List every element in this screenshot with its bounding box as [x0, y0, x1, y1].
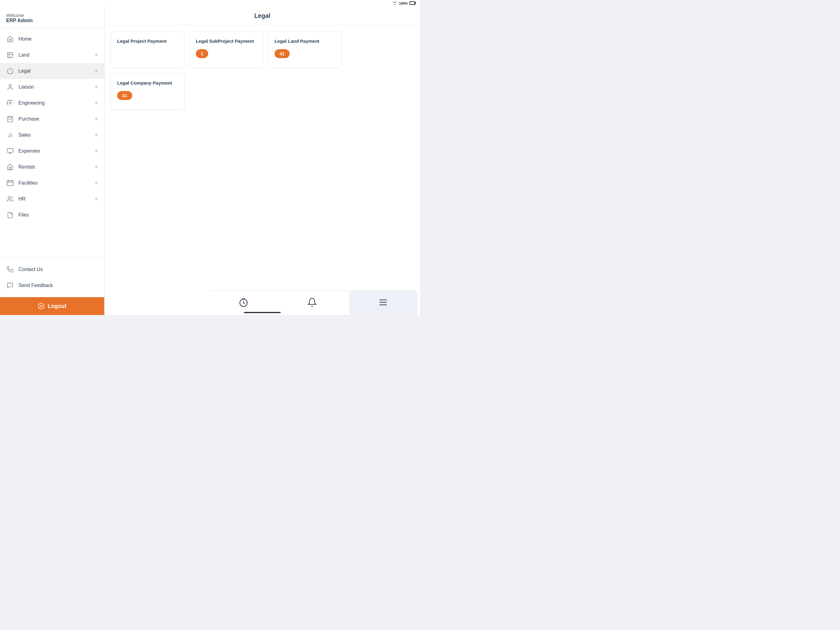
main-content: Legal Legal Project Payment Legal SubPro…: [104, 7, 420, 315]
svg-rect-12: [7, 149, 13, 153]
sidebar-item-home[interactable]: Home: [0, 31, 104, 47]
engineering-expand-icon: +: [95, 100, 98, 107]
sidebar-label-home: Home: [19, 36, 98, 42]
page-title: Legal: [112, 12, 413, 19]
phone-icon: [6, 266, 14, 274]
card-badge-legal-subproject-payment: 1: [196, 49, 208, 58]
sidebar-item-send-feedback[interactable]: Send Feedback: [0, 277, 104, 293]
bell-icon: [307, 298, 317, 309]
card-legal-land-payment[interactable]: Legal Land Payment 41: [268, 32, 342, 68]
timer-icon: [238, 298, 248, 309]
sidebar-item-liaison[interactable]: Liaison +: [0, 79, 104, 95]
svg-rect-2: [8, 52, 13, 58]
svg-rect-14: [7, 180, 13, 186]
admin-name: ERP Admin: [6, 18, 98, 24]
feedback-icon: [6, 282, 14, 290]
card-title-legal-land-payment: Legal Land Payment: [275, 38, 319, 44]
status-bar: 100%: [0, 0, 420, 7]
liaison-icon: [6, 83, 14, 91]
bottom-tab-bar: [209, 290, 420, 315]
card-legal-subproject-payment[interactable]: Legal SubProject Payment 1: [189, 32, 263, 68]
sidebar-label-land: Land: [19, 52, 92, 58]
tab-menu[interactable]: [349, 291, 418, 315]
files-icon: [6, 211, 14, 219]
card-title-legal-project-payment: Legal Project Payment: [117, 38, 167, 44]
menu-icon: [378, 298, 388, 309]
card-legal-project-payment[interactable]: Legal Project Payment: [111, 32, 185, 68]
hr-expand-icon: +: [95, 196, 98, 203]
sidebar-label-files: Files: [19, 212, 98, 218]
sidebar-label-legal: Legal: [19, 68, 92, 74]
card-title-legal-subproject-payment: Legal SubProject Payment: [196, 38, 254, 44]
sidebar-label-expenses: Expenses: [19, 148, 92, 154]
hr-icon: [6, 195, 14, 203]
svg-rect-13: [9, 167, 11, 169]
expenses-icon: [6, 147, 14, 155]
wifi-icon: [392, 1, 397, 6]
sales-icon: [6, 131, 14, 139]
logout-button[interactable]: Logout: [0, 297, 104, 315]
sidebar-item-files[interactable]: Files: [0, 207, 104, 223]
liaison-expand-icon: +: [95, 84, 98, 91]
expenses-expand-icon: +: [95, 148, 98, 155]
main-header: Legal: [104, 7, 420, 25]
battery-percentage: 100%: [399, 2, 408, 5]
sidebar-item-expenses[interactable]: Expenses +: [0, 143, 104, 159]
land-expand-icon: +: [95, 52, 98, 59]
facilities-icon: [6, 179, 14, 187]
sidebar-nav: Home Land + Legal +: [0, 28, 104, 258]
rentals-expand-icon: +: [95, 164, 98, 171]
app-container: Welcome ERP Admin Home Land +: [0, 7, 420, 315]
engineering-icon: [6, 99, 14, 107]
sidebar-label-liaison: Liaison: [19, 84, 92, 90]
land-icon: [6, 51, 14, 59]
sidebar-label-engineering: Engineering: [19, 100, 92, 106]
sidebar-header: Welcome ERP Admin: [0, 7, 104, 28]
home-indicator: [244, 312, 281, 313]
sidebar-item-legal[interactable]: Legal +: [0, 63, 104, 79]
sidebar-label-sales: Sales: [19, 132, 92, 138]
purchase-icon: [6, 115, 14, 123]
sidebar-label-rentals: Rentals: [19, 164, 92, 170]
sidebar-item-rentals[interactable]: Rentals +: [0, 159, 104, 175]
sidebar-item-contact-us[interactable]: Contact Us: [0, 261, 104, 277]
svg-rect-1: [410, 2, 414, 4]
sidebar-item-land[interactable]: Land +: [0, 47, 104, 63]
logout-label: Logout: [47, 303, 66, 309]
facilities-expand-icon: +: [95, 180, 98, 187]
svg-point-7: [9, 102, 11, 104]
sidebar-label-contact-us: Contact Us: [19, 267, 98, 272]
legal-icon: [6, 67, 14, 75]
sidebar-item-sales[interactable]: Sales +: [0, 127, 104, 143]
sidebar-item-engineering[interactable]: Engineering +: [0, 95, 104, 111]
card-badge-legal-land-payment: 41: [275, 49, 290, 58]
cards-area: Legal Project Payment Legal SubProject P…: [104, 25, 420, 315]
purchase-expand-icon: +: [95, 116, 98, 123]
card-legal-company-payment[interactable]: Legal Company Payment 31: [111, 73, 185, 110]
sidebar-label-hr: HR: [19, 196, 92, 202]
sidebar-item-purchase[interactable]: Purchase +: [0, 111, 104, 127]
svg-point-15: [8, 196, 11, 199]
sidebar-item-facilities[interactable]: Facilities +: [0, 175, 104, 191]
battery-full-icon: [409, 1, 416, 6]
tab-notifications[interactable]: [278, 291, 346, 315]
card-title-legal-company-payment: Legal Company Payment: [117, 80, 172, 86]
sidebar-label-send-feedback: Send Feedback: [19, 283, 98, 288]
legal-expand-icon: +: [95, 68, 98, 75]
sidebar-item-hr[interactable]: HR +: [0, 191, 104, 207]
sales-expand-icon: +: [95, 131, 98, 139]
home-icon: [6, 35, 14, 43]
sidebar-bottom: Contact Us Send Feedback: [0, 258, 104, 297]
logout-icon: [38, 303, 44, 309]
tab-timer[interactable]: [209, 291, 278, 315]
rentals-icon: [6, 163, 14, 171]
sidebar-label-purchase: Purchase: [19, 116, 92, 122]
sidebar: Welcome ERP Admin Home Land +: [0, 7, 104, 315]
welcome-text: Welcome: [6, 13, 98, 18]
svg-point-6: [9, 85, 11, 87]
card-badge-legal-company-payment: 31: [117, 91, 132, 100]
sidebar-label-facilities: Facilities: [19, 180, 92, 186]
